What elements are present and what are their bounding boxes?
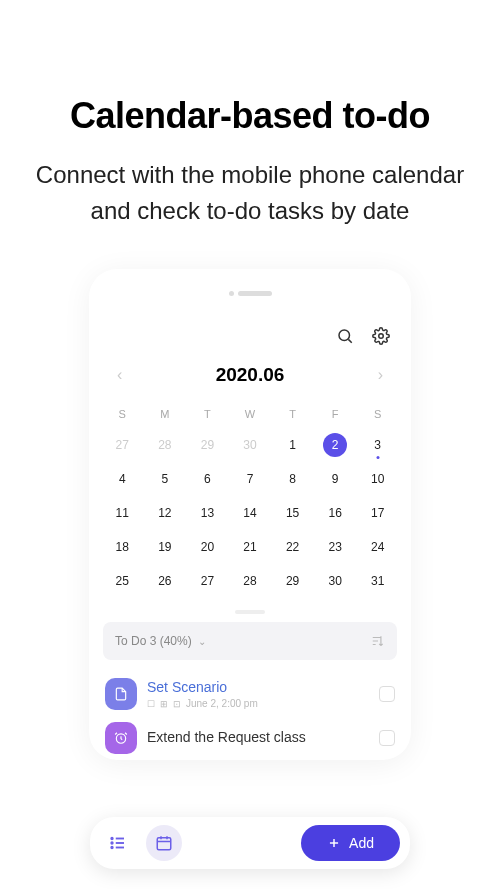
calendar-day[interactable]: 12 <box>144 496 187 530</box>
calendar-day[interactable]: 30 <box>314 564 357 598</box>
task-body: Extend the Request class <box>147 729 369 748</box>
prev-month-icon[interactable]: ‹ <box>117 366 122 384</box>
calendar-day[interactable]: 18 <box>101 530 144 564</box>
svg-point-7 <box>111 838 113 840</box>
calendar-day[interactable]: 27 <box>186 564 229 598</box>
svg-point-8 <box>111 842 113 844</box>
calendar-day[interactable]: 11 <box>101 496 144 530</box>
list-view-icon[interactable] <box>100 825 136 861</box>
calendar-day[interactable]: 24 <box>356 530 399 564</box>
next-month-icon[interactable]: › <box>378 366 383 384</box>
svg-rect-10 <box>157 838 171 850</box>
calendar-day[interactable]: 10 <box>356 462 399 496</box>
weekday-label: W <box>229 400 272 428</box>
calendar-day[interactable]: 21 <box>229 530 272 564</box>
calendar-day[interactable]: 25 <box>101 564 144 598</box>
calendar-day[interactable]: 29 <box>186 428 229 462</box>
calendar-day[interactable]: 19 <box>144 530 187 564</box>
settings-icon[interactable] <box>371 326 391 346</box>
app-header <box>101 326 399 364</box>
calendar-day[interactable]: 26 <box>144 564 187 598</box>
calendar-day[interactable]: 2 <box>314 428 357 462</box>
svg-point-9 <box>111 847 113 849</box>
calendar-day[interactable]: 27 <box>101 428 144 462</box>
task-title: Set Scenario <box>147 679 369 695</box>
task-checkbox[interactable] <box>379 730 395 746</box>
hero-title: Calendar-based to-do <box>30 95 470 137</box>
task-checkbox[interactable] <box>379 686 395 702</box>
weekday-row: SMTWTFS <box>101 400 399 428</box>
calendar-day[interactable]: 29 <box>271 564 314 598</box>
add-button[interactable]: Add <box>301 825 400 861</box>
task-body: Set Scenario☐⊞⊡June 2, 2:00 pm <box>147 679 369 709</box>
calendar-nav: ‹ 2020.06 › <box>101 364 399 400</box>
calendar-day[interactable]: 6 <box>186 462 229 496</box>
calendar-day[interactable]: 3 <box>356 428 399 462</box>
calendar-day[interactable]: 16 <box>314 496 357 530</box>
day-grid: 2728293012345678910111213141516171819202… <box>101 428 399 598</box>
task-list: Set Scenario☐⊞⊡June 2, 2:00 pmExtend the… <box>101 672 399 760</box>
calendar-day[interactable]: 5 <box>144 462 187 496</box>
search-icon[interactable] <box>335 326 355 346</box>
svg-point-2 <box>379 334 384 339</box>
calendar-day[interactable]: 20 <box>186 530 229 564</box>
task-row[interactable]: Set Scenario☐⊞⊡June 2, 2:00 pm <box>101 672 399 716</box>
calendar-day[interactable]: 8 <box>271 462 314 496</box>
task-meta: ☐⊞⊡June 2, 2:00 pm <box>147 698 369 709</box>
bottom-nav-bar: Add <box>90 817 410 869</box>
phone-notch <box>101 291 399 296</box>
phone-mockup: ‹ 2020.06 › SMTWTFS 27282930123456789101… <box>89 269 411 760</box>
weekday-label: F <box>314 400 357 428</box>
calendar-day[interactable]: 1 <box>271 428 314 462</box>
calendar-day[interactable]: 22 <box>271 530 314 564</box>
todo-count-label: To Do 3 (40%) <box>115 634 192 648</box>
calendar-day[interactable]: 31 <box>356 564 399 598</box>
weekday-label: M <box>144 400 187 428</box>
calendar-day[interactable]: 7 <box>229 462 272 496</box>
calendar-day[interactable]: 28 <box>144 428 187 462</box>
chevron-down-icon: ⌄ <box>198 636 206 647</box>
alarm-icon <box>105 722 137 754</box>
calendar-day[interactable]: 28 <box>229 564 272 598</box>
calendar-day[interactable]: 30 <box>229 428 272 462</box>
add-button-label: Add <box>349 835 374 851</box>
calendar-day[interactable]: 15 <box>271 496 314 530</box>
weekday-label: T <box>186 400 229 428</box>
weekday-label: S <box>356 400 399 428</box>
calendar-day[interactable]: 23 <box>314 530 357 564</box>
calendar-title: 2020.06 <box>216 364 285 386</box>
calendar-day[interactable]: 9 <box>314 462 357 496</box>
task-row[interactable]: Extend the Request class <box>101 716 399 760</box>
todo-section-header[interactable]: To Do 3 (40%) ⌄ <box>103 622 397 660</box>
calendar-day[interactable]: 4 <box>101 462 144 496</box>
weekday-label: T <box>271 400 314 428</box>
calendar-day[interactable]: 17 <box>356 496 399 530</box>
calendar-view-icon[interactable] <box>146 825 182 861</box>
calendar-day[interactable]: 14 <box>229 496 272 530</box>
drag-handle[interactable] <box>235 610 265 614</box>
weekday-label: S <box>101 400 144 428</box>
svg-point-0 <box>339 330 350 341</box>
svg-line-1 <box>348 339 351 342</box>
document-icon <box>105 678 137 710</box>
calendar-day[interactable]: 13 <box>186 496 229 530</box>
hero-subtitle: Connect with the mobile phone calendar a… <box>30 157 470 229</box>
task-title: Extend the Request class <box>147 729 369 745</box>
sort-icon[interactable] <box>371 634 385 648</box>
